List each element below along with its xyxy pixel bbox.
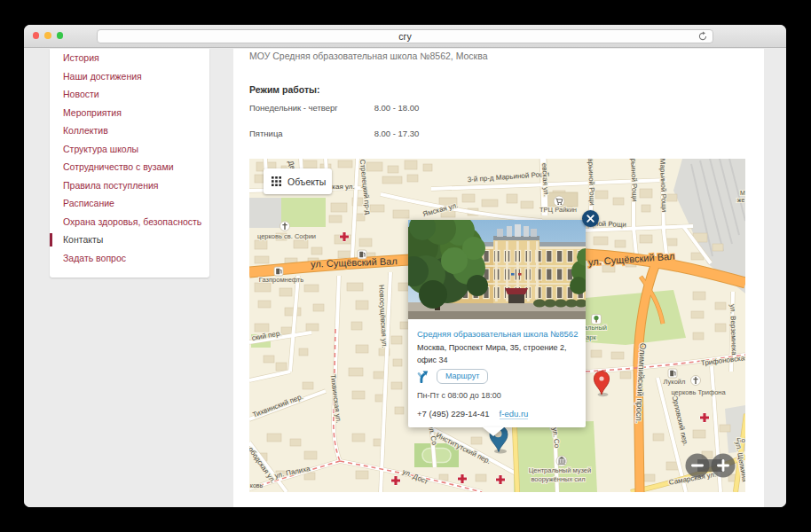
sidebar-navigation: ИсторияНаши достиженияНовостиМероприятия… <box>50 49 209 278</box>
map-objects-button[interactable]: Объекты <box>264 168 332 194</box>
zoom-window-button[interactable] <box>57 32 64 39</box>
schedule-day: Понедельник - четверг <box>249 95 372 121</box>
close-icon <box>582 210 599 227</box>
map-label: рьиной Рощи <box>629 159 639 202</box>
sidebar-item[interactable]: Новости <box>50 85 209 104</box>
sidebar-item[interactable]: Структура школы <box>50 140 209 159</box>
schedule-row: Пятница 8.00 - 17.30 <box>249 121 748 146</box>
browser-titlebar: сгу <box>24 25 786 48</box>
schedule-row: Понедельник - четверг 8.00 - 18.00 <box>249 95 748 121</box>
map-label: церковь св. Софии <box>257 232 316 240</box>
sidebar-item[interactable]: Контакты <box>50 231 209 249</box>
map-label: М <box>740 190 745 196</box>
sidebar-item[interactable]: Расписание <box>50 194 209 213</box>
sidebar-item[interactable]: Наши достижения <box>50 67 209 86</box>
close-window-button[interactable] <box>33 32 40 39</box>
map-label: Газпромнефть <box>259 276 303 284</box>
grid-icon <box>272 176 281 186</box>
church-sofia-icon <box>280 222 290 231</box>
sidebar-item[interactable]: Правила поступления <box>50 176 209 195</box>
browser-window: сгу ИсторияНаши достиженияНовостиМеропри… <box>24 25 786 507</box>
sidebar-item[interactable]: Сотрудничество с вузами <box>50 158 209 176</box>
address-line: офис 34 <box>417 356 447 364</box>
zoom-in-button[interactable] <box>712 454 736 478</box>
balloon-close-button[interactable] <box>582 210 599 227</box>
route-button[interactable]: Маршрут <box>437 369 488 384</box>
map-label: кая ул. <box>332 183 354 191</box>
museum-icon <box>556 456 567 466</box>
route-icon <box>417 370 429 383</box>
schedule-day: Пятница <box>249 121 372 146</box>
sidebar-item[interactable]: Мероприятия <box>50 104 209 122</box>
desktop-background: сгу ИсторияНаши достиженияНовостиМеропри… <box>0 0 811 532</box>
church-trifon-icon <box>691 376 701 386</box>
mall-cart-icon <box>554 196 564 207</box>
schedule-heading: Режим работы: <box>249 84 748 95</box>
balloon-hours: Пн-Пт с 08:00 до 18:00 <box>417 390 577 402</box>
address-bar-text: сгу <box>398 31 411 42</box>
minimize-window-button[interactable] <box>44 32 51 39</box>
map-label: Центральный музей <box>529 466 591 474</box>
map-label: Лукойл <box>664 378 686 386</box>
sidebar-item[interactable]: Задать вопрос <box>50 249 209 268</box>
gazprom-fuel-icon <box>274 267 283 276</box>
page-title: МОУ Средняя образовательная школа №8562,… <box>249 51 748 61</box>
address-bar[interactable]: сгу <box>97 29 713 43</box>
map[interactable]: кая ул.Стрелецкий пр-д3-й пр-д Марьиной … <box>249 159 745 492</box>
park-tree-icon <box>592 315 602 325</box>
balloon-address: Москва, Проспект Мира, 35, строение 2, о… <box>417 342 577 366</box>
reload-icon[interactable] <box>697 31 708 42</box>
schedule-hours: 8.00 - 17.30 <box>374 129 420 138</box>
map-label: арьиной Рощи <box>587 159 596 206</box>
map-label: ковь <box>250 482 264 489</box>
site-link[interactable]: f-edu.ru <box>500 409 529 419</box>
zoom-out-button[interactable] <box>686 454 710 478</box>
map-label: вооружённых сил <box>531 475 585 483</box>
sidebar-item[interactable]: Охрана здоровья, безопасность <box>50 213 209 231</box>
map-label: же <box>737 197 745 203</box>
web-page: ИсторияНаши достиженияНовостиМероприятия… <box>24 49 786 507</box>
fuel-station-icon <box>358 250 366 259</box>
phone-number: +7 (495) 229-14-41 <box>417 409 490 419</box>
map-objects-label: Объекты <box>287 176 326 187</box>
map-balloon: Средняя образовательная школа №8562 Моск… <box>408 220 586 427</box>
schedule-hours: 8.00 - 18.00 <box>374 103 420 113</box>
sidebar-item[interactable]: Коллектив <box>50 121 209 140</box>
balloon-tail <box>483 427 504 436</box>
main-content: МОУ Средняя образовательная школа №8562,… <box>233 49 764 507</box>
sidebar-item[interactable]: История <box>50 49 209 67</box>
balloon-phone: +7 (495) 229-14-41f-edu.ru <box>417 408 577 419</box>
school-photo <box>408 220 586 319</box>
lukoil-fuel-icon <box>668 369 677 378</box>
address-line: Москва, Проспект Мира, 35, строение 2, <box>417 343 566 352</box>
map-label: церковь Трифона <box>671 388 726 396</box>
balloon-route-row: Маршрут <box>417 369 577 384</box>
map-label: ТРЦ Райкин <box>539 206 577 214</box>
balloon-title-link[interactable]: Средняя образовательная школа №8562 <box>417 328 577 340</box>
map-label: арк <box>586 333 596 341</box>
